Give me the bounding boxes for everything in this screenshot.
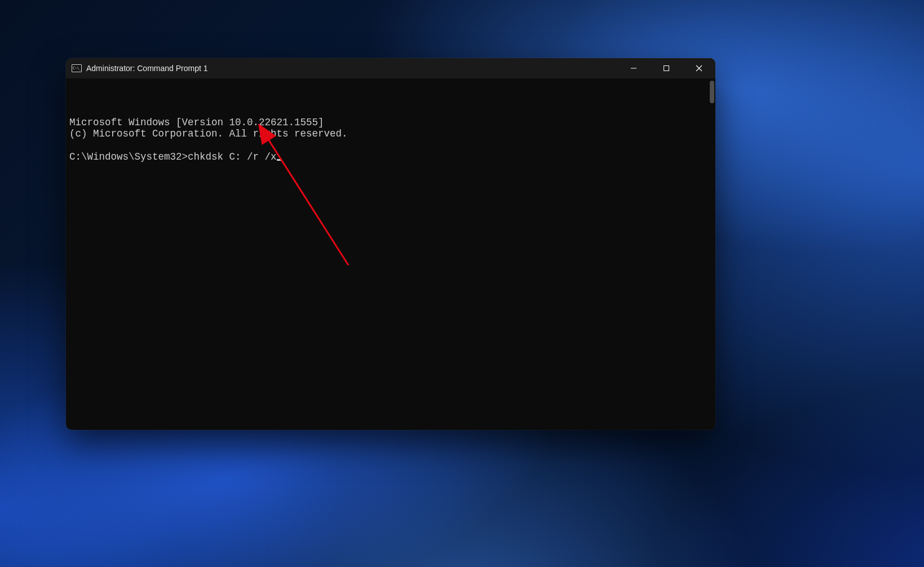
- window-controls: [617, 58, 715, 78]
- banner-line-1: Microsoft Windows [Version 10.0.22621.15…: [69, 117, 324, 128]
- cmd-app-icon: [72, 64, 82, 72]
- scrollbar-track[interactable]: [708, 81, 714, 428]
- titlebar[interactable]: Administrator: Command Prompt 1: [66, 58, 715, 78]
- svg-rect-0: [631, 68, 636, 69]
- maximize-icon: [663, 65, 670, 72]
- text-cursor: [277, 159, 282, 161]
- maximize-button[interactable]: [650, 58, 683, 78]
- scrollbar-thumb[interactable]: [710, 81, 714, 103]
- minimize-icon: [630, 65, 637, 72]
- close-button[interactable]: [683, 58, 715, 78]
- banner-line-2: (c) Microsoft Corporation. All rights re…: [69, 128, 348, 139]
- command-prompt-window: Administrator: Command Prompt 1 Microsof…: [66, 58, 715, 430]
- entered-command: chkdsk C: /r /x: [188, 151, 277, 162]
- svg-rect-1: [664, 66, 669, 71]
- window-title: Administrator: Command Prompt 1: [86, 64, 208, 73]
- console-output-area[interactable]: Microsoft Windows [Version 10.0.22621.15…: [66, 78, 715, 430]
- close-icon: [696, 65, 702, 72]
- minimize-button[interactable]: [617, 58, 650, 78]
- prompt-path: C:\Windows\System32>: [69, 151, 188, 162]
